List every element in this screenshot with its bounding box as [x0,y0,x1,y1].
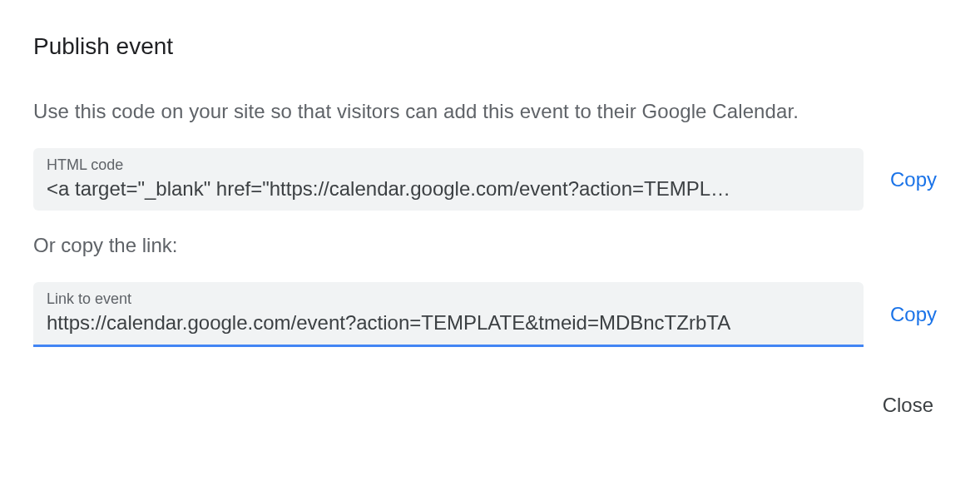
link-row: Link to event Copy [33,282,947,347]
html-code-label: HTML code [47,156,850,174]
close-button[interactable]: Close [869,387,947,424]
dialog-actions: Close [33,387,947,424]
html-code-field[interactable]: HTML code <a target="_blank" href="https… [33,148,864,211]
copy-link-button[interactable]: Copy [880,296,947,333]
link-field[interactable]: Link to event [33,282,864,347]
sub-description: Or copy the link: [33,234,947,257]
dialog-description: Use this code on your site so that visit… [33,100,947,123]
copy-html-button[interactable]: Copy [880,161,947,198]
dialog-title: Publish event [33,33,947,60]
link-label: Link to event [47,290,850,308]
html-code-row: HTML code <a target="_blank" href="https… [33,148,947,211]
html-code-value: <a target="_blank" href="https://calenda… [47,177,850,201]
link-input[interactable] [47,311,850,335]
